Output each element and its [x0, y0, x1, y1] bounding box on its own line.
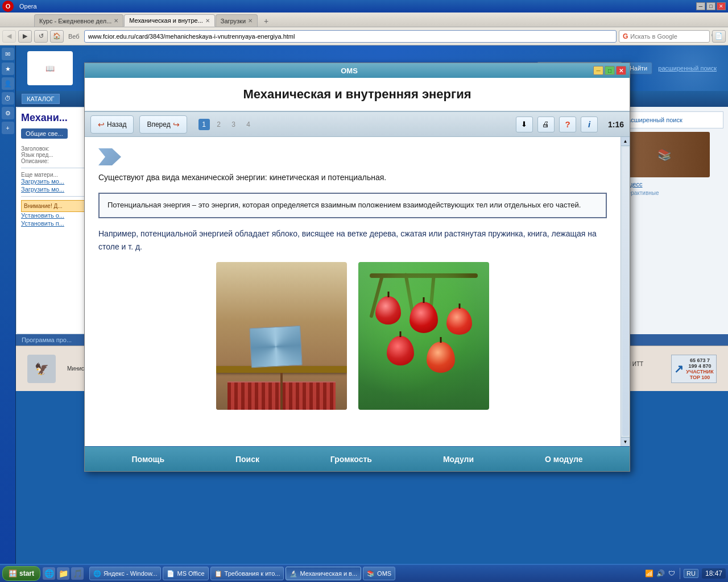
systray-divider — [680, 568, 680, 579]
forward-button[interactable]: ▶ — [18, 30, 32, 43]
close-button[interactable]: ✕ — [717, 2, 726, 10]
scroll-up-button[interactable]: ▲ — [621, 137, 630, 146]
tab-2[interactable]: Механическая и внутре... ✕ — [124, 14, 214, 27]
minimize-button[interactable]: ─ — [696, 2, 705, 10]
address-input[interactable] — [84, 30, 617, 43]
process-link[interactable]: процесс — [619, 181, 723, 188]
book-cover — [249, 326, 303, 368]
sidebar-history[interactable]: ⏱ — [2, 92, 14, 105]
oms-info-icon[interactable]: i — [581, 117, 598, 132]
oms-page-1[interactable]: 1 — [198, 119, 210, 130]
sidebar-settings[interactable]: ⚙ — [2, 107, 14, 119]
oms-image-book — [216, 262, 347, 410]
tray-volume[interactable]: 🔊 — [656, 569, 665, 578]
right-adv-search[interactable]: расширенный поиск — [619, 111, 723, 128]
ql-media[interactable]: 🎵 — [71, 567, 84, 580]
tab-3[interactable]: Загрузки ✕ — [216, 14, 258, 27]
scroll-down-button[interactable]: ▼ — [621, 437, 630, 446]
taskbar-office[interactable]: 📄 MS Office — [163, 567, 208, 580]
oms-print-icon[interactable]: 🖨 — [537, 117, 555, 132]
taskbar-right: 📶 🔊 🛡 RU 18:47 — [644, 568, 726, 579]
tab-1-close[interactable]: ✕ — [114, 18, 118, 24]
sidebar-add[interactable]: + — [2, 122, 14, 134]
start-button[interactable]: 🪟 start — [2, 566, 40, 581]
sidebar-bookmarks[interactable]: ★ — [2, 63, 14, 75]
oms-toolbar-right: ⬇ 🖨 ? i 1:16 — [516, 117, 624, 132]
sidebar-contacts[interactable]: 👤 — [2, 77, 14, 90]
tab-bar: Курс - Ежедневное дел... ✕ Механическая … — [0, 13, 728, 27]
oms-definition-text: Потенциальная энергия – это энергия, кот… — [107, 201, 581, 209]
globe-decoration — [614, 45, 728, 91]
taskbar-oms[interactable]: 📚 OMS — [363, 567, 395, 580]
oms-search-btn[interactable]: Поиск — [229, 452, 266, 466]
scroll-thumb[interactable] — [622, 147, 629, 436]
oms-download-icon[interactable]: ⬇ — [516, 117, 533, 132]
new-tab-button[interactable]: + — [260, 15, 272, 27]
oms-page-4[interactable]: 4 — [243, 119, 254, 130]
oms-forward-button[interactable]: Вперед ↪ — [139, 115, 187, 134]
oms-help-btn[interactable]: Помощь — [125, 452, 171, 466]
back-button[interactable]: ◀ — [2, 30, 16, 43]
top100-arrow: ↗ — [674, 362, 684, 376]
oms-back-button[interactable]: ↩ Назад — [90, 115, 134, 134]
maximize-button[interactable]: □ — [706, 2, 715, 10]
oms-definition-box: Потенциальная энергия – это энергия, кот… — [98, 193, 607, 218]
taskbar-yandex[interactable]: 🌐 Яндекс - Window... — [89, 567, 161, 580]
ql-browser[interactable]: 🌐 — [43, 567, 55, 580]
search-box: G 🔍 — [619, 30, 710, 43]
oms-about-btn[interactable]: О модуле — [538, 452, 589, 466]
taskbar-mechanical[interactable]: 🔬 Механическая и в... — [286, 567, 361, 580]
oms-help-icon[interactable]: ? — [559, 117, 576, 132]
oms-page-2[interactable]: 2 — [213, 119, 225, 130]
quick-launch: 🌐 📁 🎵 — [43, 567, 84, 580]
general-info-section[interactable]: Общие све... — [21, 128, 68, 139]
ministry-logo: 🦅 — [27, 355, 56, 383]
oms-modules-btn[interactable]: Модули — [436, 452, 481, 466]
taskbar-requirements-label: Требования к ито... — [225, 570, 280, 577]
tab-3-label: Загрузки — [221, 18, 246, 24]
logo-image: 📖 — [46, 64, 55, 73]
oms-close-button[interactable]: ✕ — [616, 66, 626, 75]
taskbar-requirements[interactable]: 📋 Требования к ито... — [210, 567, 284, 580]
tray-network[interactable]: 📶 — [644, 569, 653, 578]
oms-pages: 1 2 3 4 — [198, 119, 254, 130]
shelf-surface — [216, 366, 347, 373]
taskbar-items: 🌐 Яндекс - Window... 📄 MS Office 📋 Требо… — [89, 567, 642, 580]
reload-button[interactable]: ↺ — [34, 30, 48, 43]
search-input[interactable] — [630, 33, 709, 40]
office-icon: 📄 — [167, 570, 175, 577]
yandex-icon: 🌐 — [93, 570, 101, 577]
stem-2 — [423, 297, 425, 303]
taskbar-oms-label: OMS — [377, 570, 391, 577]
tab-3-close[interactable]: ✕ — [248, 18, 253, 24]
start-windows-icon: 🪟 — [9, 569, 17, 577]
oms-page-3[interactable]: 3 — [228, 119, 239, 130]
oms-maximize-button[interactable]: □ — [605, 66, 615, 75]
ql-folder[interactable]: 📁 — [57, 567, 69, 580]
language-indicator[interactable]: RU — [684, 569, 698, 578]
oms-body[interactable]: Существуют два вида механической энергии… — [85, 137, 621, 446]
taskbar-yandex-label: Яндекс - Window... — [104, 570, 157, 577]
right-book-image: 📚 — [619, 132, 710, 177]
page-info-button[interactable]: 📄 — [712, 30, 726, 43]
nav-catalog[interactable]: КАТАЛОГ — [22, 94, 60, 104]
oms-images — [98, 262, 607, 410]
site-logo: 📖 — [27, 51, 73, 85]
oms-scrollbar[interactable]: ▲ ▼ — [621, 137, 630, 446]
tab-1[interactable]: Курс - Ежедневное дел... ✕ — [34, 14, 123, 27]
stem-1 — [387, 292, 389, 297]
tab-2-close[interactable]: ✕ — [205, 18, 210, 24]
oms-volume-btn[interactable]: Громкость — [324, 452, 379, 466]
tray-security[interactable]: 🛡 — [667, 569, 676, 578]
title-bar: O Opera ─ □ ✕ — [0, 0, 728, 13]
home-button[interactable]: 🏠 — [50, 30, 64, 43]
tab-1-label: Курс - Ежедневное дел... — [39, 18, 111, 24]
taskbar: 🪟 start 🌐 📁 🎵 🌐 Яндекс - Window... 📄 MS … — [0, 564, 728, 582]
oms-minimize-button[interactable]: ─ — [593, 66, 603, 75]
website-background: 📖 МИНИСТЕРСТВО ОБРАЗОВАНИЯ И НАУКИ РОССИ… — [16, 45, 728, 564]
taskbar-office-label: MS Office — [177, 570, 204, 577]
oms-check-area — [98, 148, 607, 165]
sidebar-mail[interactable]: ✉ — [2, 48, 14, 60]
rambler-block[interactable]: ↗ 65 673 7 199 4 870 УЧАСТНИК TOP 100 — [671, 355, 717, 383]
oms-timer: 1:16 — [608, 120, 624, 129]
